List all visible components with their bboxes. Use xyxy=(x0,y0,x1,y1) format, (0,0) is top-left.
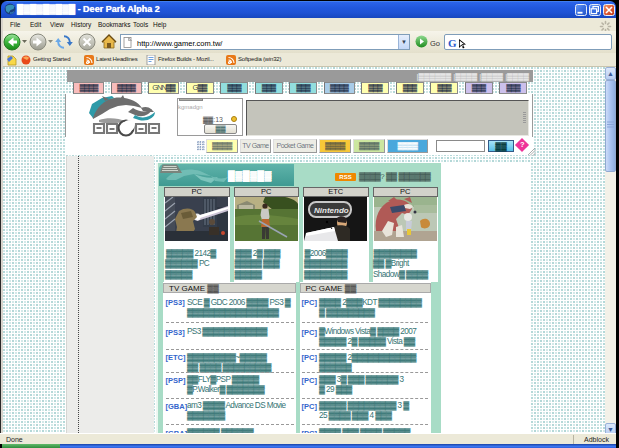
svg-text:Nintendo: Nintendo xyxy=(314,206,349,215)
svg-text:G: G xyxy=(448,37,457,49)
